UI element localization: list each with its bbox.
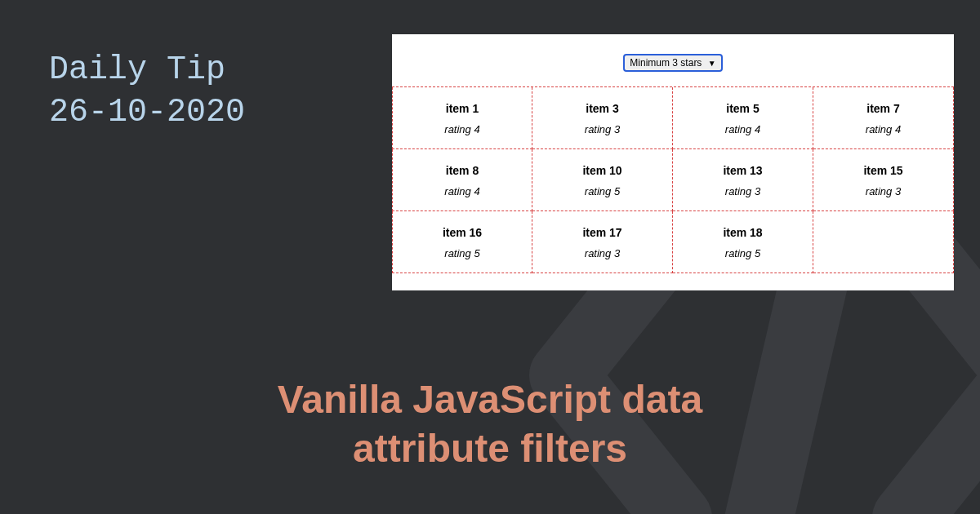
item-rating: rating 4 [401, 123, 523, 135]
items-grid: item 1 rating 4 item 3 rating 3 item 5 r… [392, 86, 954, 273]
chevron-down-icon: ▼ [708, 59, 716, 68]
title-line: Vanilla JavaScript data [0, 375, 980, 424]
item-name: item 15 [822, 164, 945, 177]
select-wrapper: Minimum 3 stars ▼ [392, 34, 954, 86]
item-name: item 7 [822, 102, 945, 115]
item-name: item 17 [541, 226, 664, 239]
item-name: item 18 [681, 226, 804, 239]
item-name: item 10 [541, 164, 664, 177]
grid-item: item 16 rating 5 [392, 211, 532, 273]
grid-item: item 10 rating 5 [532, 149, 673, 211]
item-name: item 1 [401, 102, 523, 115]
item-name: item 3 [541, 102, 664, 115]
item-rating: rating 5 [401, 247, 523, 259]
item-rating: rating 4 [681, 123, 804, 135]
header: Daily Tip 26-10-2020 [49, 49, 245, 134]
grid-item: item 8 rating 4 [392, 149, 532, 211]
demo-panel: Minimum 3 stars ▼ item 1 rating 4 item 3… [392, 34, 954, 290]
grid-item: item 1 rating 4 [392, 87, 532, 149]
item-name: item 13 [681, 164, 804, 177]
item-rating: rating 5 [681, 247, 804, 259]
item-rating: rating 3 [541, 247, 664, 259]
grid-item: item 18 rating 5 [673, 211, 813, 273]
grid-item-empty [813, 211, 954, 273]
header-date: 26-10-2020 [49, 91, 245, 134]
item-rating: rating 3 [681, 185, 804, 197]
item-rating: rating 3 [822, 185, 945, 197]
item-rating: rating 4 [401, 185, 523, 197]
item-rating: rating 5 [541, 185, 664, 197]
grid-item: item 15 rating 3 [813, 149, 954, 211]
item-rating: rating 3 [541, 123, 664, 135]
grid-item: item 3 rating 3 [532, 87, 673, 149]
grid-item: item 5 rating 4 [673, 87, 813, 149]
header-label: Daily Tip [49, 49, 245, 91]
item-rating: rating 4 [822, 123, 945, 135]
item-name: item 8 [401, 164, 523, 177]
grid-item: item 17 rating 3 [532, 211, 673, 273]
rating-select[interactable]: Minimum 3 stars ▼ [623, 54, 722, 72]
article-title: Vanilla JavaScript data attribute filter… [0, 375, 980, 473]
select-value: Minimum 3 stars [630, 57, 702, 69]
item-name: item 16 [401, 226, 523, 239]
title-line: attribute filters [0, 424, 980, 473]
grid-item: item 13 rating 3 [673, 149, 813, 211]
grid-item: item 7 rating 4 [813, 87, 954, 149]
item-name: item 5 [681, 102, 804, 115]
